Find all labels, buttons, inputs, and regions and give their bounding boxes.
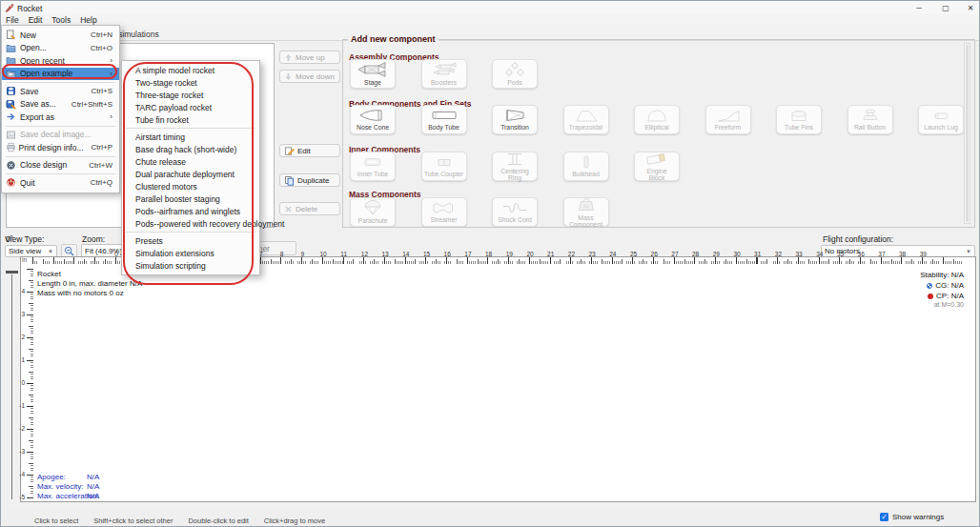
file-menu-item-print-design-info[interactable]: Print design info...Ctrl+P bbox=[2, 141, 119, 154]
zoom-out-button[interactable] bbox=[61, 244, 77, 257]
delete-button[interactable]: Delete bbox=[279, 202, 340, 215]
example-submenu-item-base-drag-hack-short-wide[interactable]: Base drag hack (short-wide) bbox=[122, 143, 259, 155]
add-new-component-title: Add new component bbox=[348, 34, 439, 44]
example-submenu-item-airstart-timing[interactable]: Airstart timing bbox=[122, 131, 259, 143]
component-button-label: Elliptical bbox=[645, 124, 669, 131]
example-submenu-item-simulation-extensions[interactable]: Simulation extensions bbox=[122, 247, 259, 259]
file-menu-item-open-recent[interactable]: Open recent› bbox=[2, 54, 119, 68]
file-menu-item-save-as[interactable]: Save as...Ctrl+Shift+S bbox=[2, 98, 119, 111]
example-submenu-item-pods-airframes-and-winglets[interactable]: Pods--airframes and winglets bbox=[122, 205, 259, 217]
duplicate-button[interactable]: Duplicate bbox=[279, 173, 340, 187]
example-submenu-item-three-stage-rocket[interactable]: Three-stage rocket bbox=[122, 89, 259, 101]
h-ruler-label: 29 bbox=[711, 251, 721, 257]
example-submenu-item-simulation-scripting[interactable]: Simulation scripting bbox=[122, 259, 259, 272]
maximize-button[interactable]: ▢ bbox=[937, 3, 954, 13]
component-button-label: Launch Lug bbox=[924, 124, 958, 131]
zoom-out-icon bbox=[64, 246, 74, 256]
example-submenu-item-parallel-booster-staging[interactable]: Parallel booster staging bbox=[122, 193, 259, 205]
menu-item-shortcut: Ctrl+N bbox=[91, 30, 112, 39]
menu-item-label: Presets bbox=[135, 236, 163, 246]
button-label: Duplicate bbox=[297, 176, 329, 185]
minimize-button[interactable]: ─ bbox=[910, 3, 928, 13]
example-submenu-item-tarc-payload-rocket[interactable]: TARC payload rocket bbox=[122, 101, 259, 113]
file-menu: NewCtrl+NOpen...Ctrl+OOpen recent›Open e… bbox=[1, 25, 120, 193]
example-submenu-item-pods-powered-with-recovery-deployment[interactable]: Pods--powered with recovery deployment bbox=[122, 217, 259, 230]
rotation-slider-track[interactable] bbox=[11, 274, 12, 499]
file-menu-item-open[interactable]: Open...Ctrl+O bbox=[2, 42, 119, 55]
add-nose-cone-button[interactable]: Nose Cone bbox=[350, 105, 396, 134]
rocket-figure-canvas[interactable] bbox=[20, 256, 976, 502]
h-ruler-label: 34 bbox=[815, 251, 825, 257]
stage-icon bbox=[357, 61, 389, 78]
file-menu-item-save[interactable]: SaveCtrl+S bbox=[2, 85, 119, 98]
streamer-icon bbox=[430, 200, 459, 215]
file-menu-item-open-example[interactable]: Open example› bbox=[2, 68, 119, 81]
tube-coupler-icon bbox=[430, 154, 459, 170]
file-menu-item-export-as[interactable]: Export as› bbox=[2, 111, 119, 124]
flight-configuration-label: Flight configuration: bbox=[823, 234, 893, 244]
duplicate-icon bbox=[284, 175, 295, 186]
show-warnings-checkbox[interactable]: ✓ bbox=[880, 513, 888, 521]
submenu-arrow-icon: › bbox=[110, 56, 112, 65]
add-mass-component-button: kgMassComponent bbox=[563, 197, 609, 227]
nose-cone-icon bbox=[358, 108, 387, 123]
h-ruler-label: 16 bbox=[442, 251, 452, 257]
status-bar: Click to selectShift+click to select oth… bbox=[1, 509, 979, 527]
menu-item-label: Open... bbox=[20, 43, 83, 52]
add-new-component-panel: Assembly ComponentsStageBoostersPodsBody… bbox=[342, 39, 975, 228]
menu-item-label: New bbox=[20, 30, 83, 40]
button-label: Move up bbox=[296, 53, 325, 62]
menu-item-shortcut: Ctrl+Shift+S bbox=[71, 100, 112, 109]
add-engine-block-button: EngineBlock bbox=[634, 152, 680, 181]
example-submenu-item-two-stage-rocket[interactable]: Two-stage rocket bbox=[122, 76, 259, 89]
menu-item-label: Save bbox=[20, 87, 84, 96]
add-transition-button[interactable]: Transition bbox=[492, 105, 538, 134]
file-menu-item-new[interactable]: NewCtrl+N bbox=[2, 29, 119, 42]
example-submenu-item-tube-fin-rocket[interactable]: Tube fin rocket bbox=[122, 113, 259, 126]
add-stage-button[interactable]: Stage bbox=[350, 59, 396, 89]
menu-item-label: Print design info... bbox=[19, 143, 84, 152]
close-button[interactable]: ✕ bbox=[962, 3, 979, 13]
h-ruler-label: 9 bbox=[297, 251, 307, 257]
move-down-button[interactable]: Move down bbox=[279, 70, 340, 83]
rocket-name: Rocket bbox=[37, 270, 61, 278]
example-submenu-item-chute-release[interactable]: Chute release bbox=[122, 155, 259, 168]
flight-stat-label: Max. velocity: bbox=[37, 482, 83, 491]
file-menu-item-close-design[interactable]: Close designCtrl+W bbox=[2, 159, 119, 172]
scrollbar-thumb[interactable] bbox=[966, 45, 969, 222]
menu-item-label: Save decal image... bbox=[20, 130, 112, 139]
component-button-label: Shock Cord bbox=[498, 216, 532, 223]
file-menu-item-quit[interactable]: QuitCtrl+Q bbox=[2, 176, 119, 190]
h-ruler-label: 22 bbox=[566, 251, 576, 257]
show-warnings-control[interactable]: ✓ Show warnings bbox=[880, 513, 944, 521]
add-elliptical-button: Elliptical bbox=[634, 105, 680, 134]
parachute-icon bbox=[358, 199, 387, 216]
open-example-submenu: A simple model rocketTwo-stage rocketThr… bbox=[121, 60, 260, 275]
new-document-icon bbox=[6, 30, 20, 40]
mouse-hints: Click to selectShift+click to select oth… bbox=[34, 516, 340, 525]
h-ruler-label: 0 bbox=[112, 251, 121, 257]
mass-component-icon: kg bbox=[572, 196, 601, 213]
chevron-down-icon: ▼ bbox=[966, 249, 971, 254]
menu-item-label: Chute release bbox=[135, 157, 186, 167]
example-submenu-item-clustered-motors[interactable]: Clustered motors bbox=[122, 180, 259, 193]
edit-button[interactable]: Edit bbox=[279, 144, 340, 157]
file-menu-item-save-decal-image[interactable]: Save decal image... bbox=[2, 129, 119, 142]
add-body-tube-button[interactable]: Body Tube bbox=[421, 105, 467, 134]
example-submenu-separator bbox=[126, 128, 255, 129]
component-button-label: Streamer bbox=[431, 216, 458, 223]
add-rail-button-button: Rail Button bbox=[847, 105, 893, 134]
h-ruler-label: 37 bbox=[877, 251, 887, 257]
example-submenu-item-presets[interactable]: Presets bbox=[122, 234, 259, 247]
example-submenu-item-a-simple-model-rocket[interactable]: A simple model rocket bbox=[122, 64, 259, 76]
decal-image-icon bbox=[6, 130, 20, 140]
submenu-arrow-icon: › bbox=[110, 70, 112, 78]
component-panel-scrollbar[interactable] bbox=[964, 43, 970, 224]
add-pods-button: Pods bbox=[492, 59, 538, 89]
h-ruler-label: 14 bbox=[401, 251, 411, 257]
openrocket-window: Rocket ─ ▢ ✕ FileEditToolsHelp Flight si… bbox=[0, 0, 980, 527]
component-button-label: Bulkhead bbox=[572, 171, 599, 177]
move-up-button[interactable]: Move up bbox=[279, 51, 340, 64]
example-submenu-item-dual-parachute-deployment[interactable]: Dual parachute deployment bbox=[122, 168, 259, 180]
rotation-slider-handle[interactable] bbox=[6, 271, 18, 274]
